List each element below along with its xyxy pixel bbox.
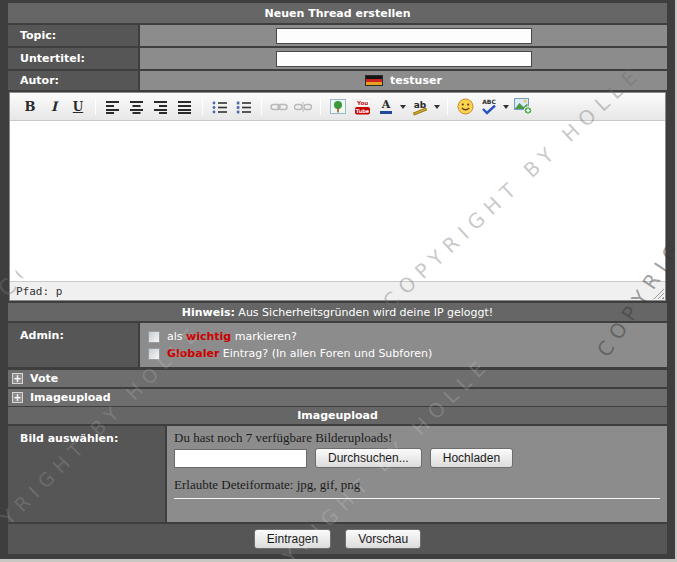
untertitel-input[interactable] xyxy=(276,51,532,67)
vote-section-toggle[interactable]: + Vote xyxy=(8,370,667,387)
upload-controls: Durchsuchen... Hochladen xyxy=(174,448,660,468)
toolbar-separator xyxy=(261,98,262,115)
imageupload-section-toggle[interactable]: + Imageupload xyxy=(8,389,667,406)
admin-row: Admin: als wichtig markieren? Globaler E… xyxy=(8,323,667,367)
untertitel-cell xyxy=(140,48,667,69)
footer-row: Eintragen Vorschau xyxy=(8,524,667,554)
topic-input[interactable] xyxy=(276,28,532,44)
expand-plus-icon[interactable]: + xyxy=(12,373,23,384)
divider xyxy=(174,498,660,499)
topic-row: Topic: xyxy=(8,25,667,46)
important-option: als wichtig markieren? xyxy=(148,330,297,343)
admin-label: Admin: xyxy=(8,323,138,367)
autor-username: testuser xyxy=(390,74,442,87)
uploads-remaining-text: Du hast noch 7 verfügbare Bilderuploads! xyxy=(174,430,660,446)
svg-text:You: You xyxy=(355,100,367,106)
german-flag-icon xyxy=(365,75,383,86)
wysiwyg-editor: B I U xyxy=(9,92,666,301)
spellcheck-icon[interactable]: ABC xyxy=(478,97,500,117)
topic-cell xyxy=(140,25,667,46)
admin-cell: als wichtig markieren? Globaler Eintrag?… xyxy=(140,323,667,367)
global-option: Globaler Eintrag? (In allen Foren und Su… xyxy=(148,347,432,360)
align-left-icon[interactable] xyxy=(102,97,124,117)
untertitel-row: Untertitel: xyxy=(8,48,667,69)
untertitel-label: Untertitel: xyxy=(8,48,138,69)
imageupload-header-row: Imageupload xyxy=(8,407,667,424)
align-center-icon[interactable] xyxy=(126,97,148,117)
remove-link-icon[interactable] xyxy=(292,97,314,117)
editor-path-bar: Pfad: p xyxy=(10,281,665,300)
notice-row: Hinweis: Aus Sicherheitsgründen wird dei… xyxy=(8,303,667,321)
autor-cell: testuser xyxy=(140,71,667,90)
toolbar-separator xyxy=(95,98,96,115)
allowed-formats-text: Erlaubte Deteiformate: jpg, gif, png xyxy=(174,477,660,493)
resize-handle[interactable] xyxy=(653,288,664,299)
new-thread-form: Neuen Thread erstellen Topic: Untertitel… xyxy=(0,0,675,559)
bold-icon[interactable]: B xyxy=(19,97,41,117)
add-image-icon[interactable] xyxy=(512,97,534,117)
preview-button[interactable]: Vorschau xyxy=(345,529,421,549)
autor-row: Autor: testuser xyxy=(8,71,667,90)
autor-label: Autor: xyxy=(8,71,138,90)
form-title: Neuen Thread erstellen xyxy=(8,3,667,23)
highlight-color-dropdown-icon[interactable] xyxy=(434,105,440,109)
highlight-color-icon[interactable]: ab xyxy=(409,97,431,117)
editor-toolbar: B I U xyxy=(10,93,665,121)
bullet-list-icon[interactable] xyxy=(209,97,231,117)
submit-button[interactable]: Eintragen xyxy=(254,529,331,549)
toolbar-separator xyxy=(202,98,203,115)
insert-image-icon[interactable] xyxy=(327,97,349,117)
font-color-dropdown-icon[interactable] xyxy=(400,105,406,109)
vote-section-row: + Vote xyxy=(8,369,667,386)
file-path-input[interactable] xyxy=(174,449,307,468)
underline-icon[interactable]: U xyxy=(67,97,89,117)
youtube-icon[interactable]: YouTube xyxy=(351,97,373,117)
numbered-list-icon[interactable] xyxy=(233,97,255,117)
toolbar-separator xyxy=(447,98,448,115)
toolbar-separator xyxy=(320,98,321,115)
image-select-label: Bild auswählen: xyxy=(8,426,165,522)
svg-text:Tube: Tube xyxy=(355,107,369,113)
upload-button[interactable]: Hochladen xyxy=(430,448,513,468)
smiley-icon[interactable] xyxy=(454,97,476,117)
imageupload-section-row: + Imageupload xyxy=(8,388,667,405)
imageupload-header: Imageupload xyxy=(8,407,667,424)
expand-plus-icon[interactable]: + xyxy=(12,392,23,403)
insert-link-icon[interactable] xyxy=(268,97,290,117)
image-select-cell: Du hast noch 7 verfügbare Bilderuploads!… xyxy=(167,426,667,522)
notice-text: Hinweis: Aus Sicherheitsgründen wird dei… xyxy=(8,303,667,321)
important-checkbox[interactable] xyxy=(148,331,160,343)
spellcheck-dropdown-icon[interactable] xyxy=(503,105,509,109)
align-right-icon[interactable] xyxy=(150,97,172,117)
align-justify-icon[interactable] xyxy=(174,97,196,117)
font-color-icon[interactable]: A xyxy=(375,97,397,117)
image-select-row: Bild auswählen: Du hast noch 7 verfügbar… xyxy=(8,426,667,522)
editor-text-area[interactable] xyxy=(10,121,665,281)
browse-button[interactable]: Durchsuchen... xyxy=(315,448,422,468)
italic-icon[interactable]: I xyxy=(43,97,65,117)
topic-label: Topic: xyxy=(8,25,138,46)
global-checkbox[interactable] xyxy=(148,348,160,360)
form-header-row: Neuen Thread erstellen xyxy=(8,3,667,23)
editor-path-text: Pfad: p xyxy=(16,285,62,298)
